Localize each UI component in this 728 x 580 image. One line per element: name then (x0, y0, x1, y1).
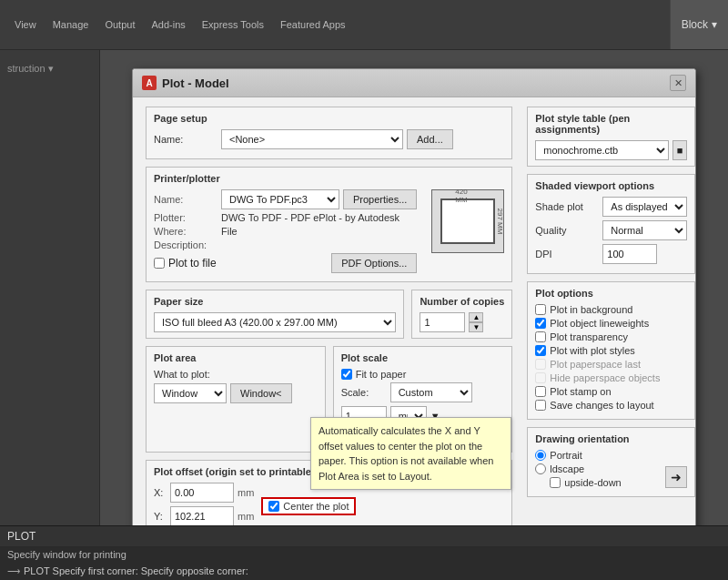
plot-lineweights-checkbox[interactable] (535, 318, 546, 329)
y-unit: mm (238, 511, 254, 522)
tab-featured[interactable]: Featured Apps (273, 17, 353, 32)
plot-stamp-row: Plot stamp on (535, 386, 687, 397)
copies-spinner: ▲ ▼ (469, 312, 483, 332)
dialog-body: Page setup Name: <None> Add... P (133, 97, 695, 525)
fit-to-paper-row: Fit to paper (341, 369, 505, 380)
plot-paperspace-checkbox (535, 359, 546, 370)
plotter-info: Name: DWG To PDF.pc3 Properties... Plott… (154, 189, 417, 276)
plot-stamp-checkbox[interactable] (535, 386, 546, 397)
copies-up-button[interactable]: ▲ (469, 312, 483, 322)
tab-manage[interactable]: Manage (46, 17, 96, 32)
shade-plot-select[interactable]: As displayed (602, 197, 687, 217)
plot-offset-section: Plot offset (origin set to printable are… (146, 460, 512, 525)
hide-paperspace-checkbox (535, 372, 546, 383)
orientation-arrow-button[interactable]: ➜ (665, 466, 687, 488)
tab-addins[interactable]: Add-ins (144, 17, 192, 32)
hide-paperspace-row: Hide paperspace objects (535, 372, 687, 383)
upside-down-checkbox[interactable] (550, 477, 561, 488)
paper-size-select[interactable]: ISO full bleed A3 (420.00 x 297.00 MM) (154, 312, 396, 332)
x-coord-row: X: mm (154, 483, 254, 503)
pdf-options-button[interactable]: PDF Options... (331, 253, 417, 273)
tooltip-text: Automatically calculates the X and Y off… (318, 425, 493, 482)
properties-button[interactable]: Properties... (343, 189, 417, 209)
dialog-close-button[interactable]: ✕ (670, 75, 686, 91)
y-input[interactable] (170, 506, 234, 525)
paper-inner: 420 MM 297 MM (440, 198, 495, 244)
dpi-label: DPI (535, 249, 599, 259)
portrait-row: Portrait (535, 450, 687, 461)
save-changes-label: Save changes to layout (550, 400, 653, 411)
plot-to-file-checkbox[interactable] (154, 258, 165, 269)
landscape-radio[interactable] (535, 463, 546, 474)
plot-area-title: Plot area (154, 352, 318, 363)
paper-label-top: 420 MM (455, 188, 480, 204)
plot-stamp-label: Plot stamp on (550, 386, 611, 397)
block-button[interactable]: Block ▾ (670, 0, 728, 49)
plot-transparency-checkbox[interactable] (535, 331, 546, 342)
dialog-right: Plot style table (pen assignments) monoc… (527, 107, 695, 525)
landscape-options: ldscape upside-down (535, 463, 621, 491)
number-copies-input[interactable] (420, 312, 465, 332)
drawing-orientation-title: Drawing orientation (535, 433, 687, 444)
dialog-overlay: A Plot - Model ✕ Page setup Name: (100, 50, 728, 525)
plot-to-file-row: Plot to file PDF Options... (154, 253, 417, 273)
landscape-area: ldscape upside-down ➜ (535, 463, 687, 491)
printer-plotter-section: Printer/plotter Name: DWG To PDF.pc3 Pro… (146, 167, 512, 282)
window-button[interactable]: Window< (230, 383, 292, 403)
dialog-titlebar: A Plot - Model ✕ (133, 69, 695, 97)
plot-styles-label: Plot with plot styles (550, 345, 635, 356)
quality-select[interactable]: Normal (602, 220, 687, 240)
fit-to-paper-checkbox[interactable] (341, 369, 352, 380)
save-changes-row: Save changes to layout (535, 400, 687, 411)
plot-background-checkbox[interactable] (535, 304, 546, 315)
center-plot-label: Center the plot (283, 501, 349, 512)
sidebar-label: struction ▾ (0, 59, 99, 78)
number-copies-input-row: ▲ ▼ (420, 312, 504, 332)
y-coord-row: Y: mm (154, 506, 254, 525)
command-line2: Specify window for printing (0, 547, 728, 562)
plot-dialog: A Plot - Model ✕ Page setup Name: (132, 68, 696, 525)
plot-style-select[interactable]: monochrome.ctb (535, 140, 668, 160)
plotter-label: Plotter: (154, 212, 217, 223)
printer-name-select[interactable]: DWG To PDF.pc3 (221, 189, 339, 209)
add-button[interactable]: Add... (407, 129, 453, 149)
landscape-label: ldscape (550, 463, 584, 474)
plot-options-section: Plot options Plot in background Plot obj… (527, 281, 695, 420)
tab-express[interactable]: Express Tools (195, 17, 271, 32)
plot-area-controls: Window Window< (154, 383, 318, 403)
number-copies-title: Number of copies (420, 296, 504, 307)
paper-preview: 420 MM 297 MM (431, 189, 504, 253)
tab-output[interactable]: Output (97, 17, 142, 32)
plot-style-table-title: Plot style table (pen assignments) (535, 113, 687, 135)
plot-style-edit-button[interactable]: ■ (672, 140, 688, 160)
description-row: Description: (154, 239, 417, 250)
x-input[interactable] (170, 483, 234, 503)
upside-down-label: upside-down (564, 477, 621, 488)
paper-size-section: Paper size ISO full bleed A3 (420.00 x 2… (146, 290, 404, 339)
shaded-viewport-section: Shaded viewport options Shade plot As di… (527, 174, 695, 274)
plot-background-row: Plot in background (535, 304, 687, 315)
command-area: PLOT Specify window for printing ⟶ PLOT … (0, 525, 728, 580)
scale-select[interactable]: Custom (390, 382, 472, 402)
plotter-row: Name: DWG To PDF.pc3 Properties... Plott… (154, 189, 504, 276)
copies-down-button[interactable]: ▼ (469, 322, 483, 332)
number-copies-section: Number of copies ▲ ▼ (411, 290, 512, 339)
description-label: Description: (154, 239, 217, 250)
save-changes-checkbox[interactable] (535, 400, 546, 411)
command-prompt: ⟶ PLOT Specify first corner: Specify opp… (0, 562, 728, 580)
portrait-radio[interactable] (535, 450, 546, 461)
center-plot-checkbox[interactable] (268, 501, 279, 512)
command-line1: PLOT (0, 526, 728, 547)
page-setup-name-select[interactable]: <None> (221, 129, 403, 149)
plotter-value: DWG To PDF - PDF ePlot - by Autodesk (221, 212, 399, 223)
paper-copies-row: Paper size ISO full bleed A3 (420.00 x 2… (146, 290, 512, 339)
tab-view[interactable]: View (7, 17, 44, 32)
dpi-input[interactable] (602, 244, 657, 264)
prompt-arrow: ⟶ (7, 566, 20, 576)
plot-styles-checkbox[interactable] (535, 345, 546, 356)
cad-workspace: A Plot - Model ✕ Page setup Name: (100, 50, 728, 525)
page-setup-section: Page setup Name: <None> Add... (146, 107, 512, 159)
plot-transparency-label: Plot transparency (550, 331, 628, 342)
what-to-plot-select[interactable]: Window (154, 383, 227, 403)
x-label: X: (154, 487, 167, 498)
